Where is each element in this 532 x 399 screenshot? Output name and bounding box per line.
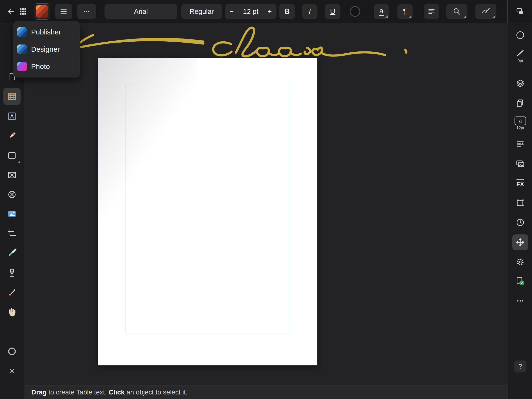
- stroke-button[interactable]: 0pt: [512, 44, 529, 67]
- preflight-check-icon: [515, 276, 526, 287]
- character-glyph: a: [519, 118, 522, 124]
- main-menu-button[interactable]: [55, 4, 72, 19]
- color-button[interactable]: [512, 26, 529, 44]
- pencils-icon: [7, 248, 17, 259]
- paragraph-lines-icon: [515, 139, 525, 149]
- help-label: ?: [518, 363, 522, 370]
- fx-label: FX: [516, 179, 524, 188]
- picture-frame-rectangle-tool[interactable]: [3, 166, 21, 184]
- zoom-button[interactable]: [446, 4, 467, 19]
- text-frame-icon: A: [7, 111, 17, 121]
- frame-x-ellipse-icon: [7, 190, 17, 200]
- ellipsis-icon: [82, 7, 91, 16]
- corner-flyout-indicator: [493, 15, 495, 18]
- transform-marquee-icon: [515, 198, 525, 208]
- move-button-selected[interactable]: [512, 234, 529, 251]
- app-logo-button[interactable]: [34, 3, 50, 20]
- table-tool-selected[interactable]: [3, 88, 21, 105]
- align-lines-icon: [427, 7, 436, 16]
- more-options-button[interactable]: [77, 4, 96, 19]
- ring-icon: [7, 346, 17, 356]
- alignment-button[interactable]: [424, 4, 439, 19]
- corner-flyout-indicator: [18, 161, 20, 163]
- vector-brush-tool[interactable]: [3, 245, 21, 262]
- gear-icon: [515, 257, 525, 267]
- hand-icon: [7, 307, 17, 317]
- magnifier-icon: [452, 7, 462, 16]
- transform-button[interactable]: [512, 194, 529, 211]
- preflight-button[interactable]: [512, 273, 529, 290]
- clock-icon: [515, 217, 525, 228]
- close-icon: [7, 366, 17, 375]
- text-style-button[interactable]: a 12pt: [512, 113, 529, 133]
- font-family-select[interactable]: Arial: [105, 4, 177, 19]
- crop-tool[interactable]: [3, 225, 21, 242]
- menu-item-photo[interactable]: Photo: [13, 58, 80, 75]
- paragraph-panel-button[interactable]: ¶: [397, 4, 413, 19]
- document-canvas[interactable]: [24, 23, 508, 385]
- window-mode-button[interactable]: [513, 4, 527, 19]
- bold-button[interactable]: B: [279, 4, 295, 19]
- picture-frame-ellipse-tool[interactable]: [3, 186, 21, 203]
- menu-item-designer[interactable]: Designer: [13, 41, 80, 58]
- font-size-decrease-button[interactable]: −: [230, 8, 234, 16]
- studio-sidebar: 0pt a 12pt: [508, 23, 532, 399]
- italic-button[interactable]: I: [302, 4, 317, 19]
- stroke-line-icon: [515, 48, 525, 58]
- menu-item-publisher[interactable]: Publisher: [13, 23, 80, 41]
- stylus-icon: [481, 7, 491, 16]
- back-button[interactable]: [5, 4, 17, 19]
- transparency-tool[interactable]: [3, 264, 21, 281]
- app-window: Arial Regular − 12 pt + B I U a ¶: [0, 0, 532, 399]
- duplicate-button[interactable]: [512, 95, 529, 112]
- back-arrow-icon: [6, 7, 16, 16]
- document-page[interactable]: [98, 58, 317, 366]
- status-text: to create Table text.: [47, 388, 109, 396]
- color-wheel-button[interactable]: [3, 343, 21, 360]
- underline-button[interactable]: U: [325, 4, 340, 19]
- font-style-select[interactable]: Regular: [181, 4, 222, 19]
- pen-tool[interactable]: [3, 127, 21, 144]
- wine-glass-icon: [7, 268, 17, 278]
- pan-view-tool[interactable]: [3, 304, 21, 321]
- documents-grid-button[interactable]: [17, 4, 29, 19]
- move-arrows-icon: [515, 237, 526, 247]
- publisher-logo-icon: [36, 5, 48, 18]
- font-family-value: Arial: [134, 8, 148, 16]
- bold-label: B: [285, 7, 290, 16]
- color-picker-tool[interactable]: [3, 284, 21, 301]
- italic-label: I: [309, 7, 311, 16]
- panel-more-button[interactable]: [512, 292, 529, 310]
- eyedropper-icon: [7, 288, 17, 298]
- text-frame-guide: [126, 85, 290, 333]
- effects-button[interactable]: FX: [512, 175, 529, 192]
- character-panel-button[interactable]: a: [374, 4, 389, 19]
- circle-icon: [515, 30, 525, 40]
- help-button[interactable]: ?: [512, 358, 529, 375]
- document-setup-button[interactable]: [512, 253, 529, 271]
- media-stack-icon: [515, 159, 525, 169]
- rectangle-icon: [7, 151, 17, 160]
- history-button[interactable]: [512, 214, 529, 231]
- toolbar-divider: [507, 0, 508, 23]
- text-color-button[interactable]: [350, 6, 360, 17]
- app-switch-menu: Publisher Designer Photo: [13, 21, 80, 77]
- font-size-increase-button[interactable]: +: [268, 8, 272, 16]
- menu-item-label: Publisher: [31, 28, 61, 36]
- paragraph-format-button[interactable]: [512, 135, 529, 153]
- stylus-settings-button[interactable]: [475, 4, 496, 19]
- layers-button[interactable]: [512, 75, 529, 92]
- grid-icon: [19, 7, 27, 16]
- character-box-icon: a: [514, 116, 526, 125]
- media-button[interactable]: [512, 155, 529, 172]
- status-click-keyword: Click: [109, 388, 125, 396]
- corner-flyout-indicator: [409, 15, 412, 18]
- text-frame-tool[interactable]: A: [3, 108, 21, 125]
- rectangle-tool[interactable]: [3, 147, 21, 164]
- underline-label: U: [330, 7, 335, 16]
- place-image-tool[interactable]: [3, 205, 21, 223]
- close-tools-button[interactable]: [3, 362, 21, 379]
- status-drag-keyword: Drag: [31, 388, 47, 396]
- font-size-value: 12 pt: [243, 8, 259, 16]
- selected-highlight: [512, 234, 528, 250]
